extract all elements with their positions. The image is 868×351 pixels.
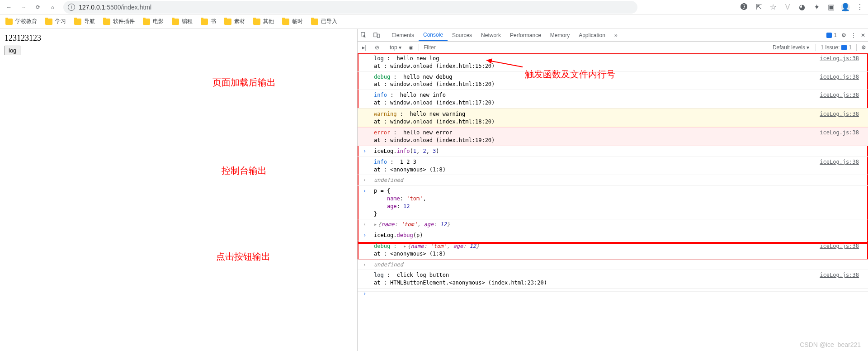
extensions-icon[interactable]: ✦ [812,3,821,12]
bookmark-item[interactable]: 导航 [74,18,95,25]
folder-icon [103,19,110,25]
log-source-link[interactable]: iceLog.js:38 [820,129,859,144]
home-button[interactable]: ⌂ [47,2,58,13]
settings-icon[interactable]: ⚙ [841,32,846,38]
log-source-link[interactable]: iceLog.js:38 [820,242,859,258]
console-row: error : hello new error at : window.onlo… [358,127,868,146]
back-button[interactable]: ← [4,2,14,13]
console-return: undefined [374,176,859,184]
page-content: 123123123 log 页面加载后输出 控制台输出 点击按钮输出 [0,29,357,351]
console-return: undefined [374,261,859,269]
levels-dropdown[interactable]: Default levels ▾ [771,44,811,51]
folder-icon [45,19,52,25]
input-prompt-icon: › [363,187,366,195]
log-message: error : hello new error at : window.onlo… [374,129,820,144]
log-source-link[interactable]: iceLog.js:38 [820,73,859,89]
share-icon[interactable]: ⇱ [754,3,763,12]
folder-icon [74,19,81,25]
folder-icon [201,19,208,25]
issues-badge[interactable]: 1 Issue: 1 [821,44,852,51]
log-button[interactable]: log [5,46,20,55]
bookmark-item[interactable]: 素材 [224,18,245,25]
translate-icon[interactable]: 🅖 [740,3,749,12]
folder-icon [282,19,289,25]
return-icon: ‹ [363,176,366,184]
url-bar[interactable]: i 127.0.0.1:5500/index.html [63,1,637,14]
console-row: › [358,289,868,292]
log-source-link[interactable]: iceLog.js:38 [820,158,859,174]
bookmark-item[interactable]: 电影 [143,18,164,25]
console-sidebar-icon[interactable]: ▸| [359,44,369,51]
bookmark-item[interactable]: 临时 [282,18,303,25]
more-icon[interactable]: ⋮ [851,32,856,38]
bookmark-item[interactable]: 学校教育 [5,18,37,25]
log-message: debug : hello new debug at : window.onlo… [374,73,820,89]
console-row: ›iceLog.debug(p) [358,230,868,241]
log-source-link[interactable]: iceLog.js:38 [820,271,859,287]
return-icon: ‹ [363,261,366,269]
console-body[interactable]: 触发函数及文件内行号 log : hello new log at : wind… [358,53,868,351]
tabs-more[interactable]: » [610,29,622,41]
menu-icon[interactable]: ⋮ [855,3,864,12]
console-row: info : 1 2 3 at : <anonymous> (1:8)iceLo… [358,157,868,176]
reload-button[interactable]: ⟳ [33,2,43,13]
devtools-panel: ElementsConsoleSourcesNetworkPerformance… [357,29,868,351]
console-row: ›p = { name: 'tom', age: 12 } [358,186,868,219]
bookmark-label: 导航 [84,18,95,25]
log-source-link[interactable]: iceLog.js:38 [820,55,859,70]
console-return: ▸{name: 'tom', age: 12} [374,221,859,228]
bookmark-label: 临时 [292,18,303,25]
close-icon[interactable]: ✕ [861,32,865,38]
devtools-tab-sources[interactable]: Sources [448,29,476,41]
eye-icon[interactable]: ◉ [406,44,416,51]
devtools-tab-performance[interactable]: Performance [505,29,546,41]
input-prompt-icon: › [363,232,366,239]
devtools-tab-application[interactable]: Application [574,29,610,41]
console-row: ›iceLog.info(1, 2, 3) [358,146,868,157]
console-input: p = { name: 'tom', age: 12 } [374,187,859,218]
folder-icon [172,19,179,25]
ext2-icon[interactable]: ◕ [797,3,807,12]
svg-rect-2 [377,34,379,38]
console-row: debug : ▸{name: 'tom', age: 12} at : <an… [358,241,868,260]
bookmark-item[interactable]: 已导入 [311,18,337,25]
filter-input[interactable] [424,44,768,51]
devtools-tabs: ElementsConsoleSourcesNetworkPerformance… [358,29,868,42]
context-dropdown[interactable]: top ▾ [388,44,403,51]
input-prompt-icon: › [363,147,366,155]
log-source-link[interactable]: iceLog.js:38 [820,91,859,107]
console-toolbar: ▸| ⊘ top ▾ ◉ Default levels ▾ 1 Issue: 1… [358,42,868,53]
devtools-tab-network[interactable]: Network [476,29,505,41]
log-source-link[interactable]: iceLog.js:38 [820,110,859,126]
devtools-tab-console[interactable]: Console [419,29,448,41]
bookmark-label: 书 [211,18,216,25]
console-row: ‹undefined [358,260,868,270]
bookmark-label: 素材 [234,18,245,25]
bookmark-item[interactable]: 书 [201,18,216,25]
bookmark-label: 其他 [263,18,274,25]
devtools-tab-elements[interactable]: Elements [387,29,419,41]
clear-console-icon[interactable]: ⊘ [372,44,382,51]
profile-avatar[interactable]: 👤 [841,3,850,12]
page-text: 123123123 [5,33,353,43]
bookmark-item[interactable]: 软件插件 [103,18,135,25]
devtools-tab-memory[interactable]: Memory [546,29,574,41]
bookmark-label: 电影 [153,18,164,25]
bookmark-item[interactable]: 学习 [45,18,66,25]
forward-button[interactable]: → [18,2,29,13]
bookmark-item[interactable]: 编程 [172,18,193,25]
toolbar-right: 🅖 ⇱ ☆ V ◕ ✦ ▣ 👤 ⋮ [740,3,864,12]
message-badge[interactable]: 1 [826,32,837,38]
star-icon[interactable]: ☆ [769,3,778,12]
folder-icon [143,19,150,25]
url-text: 127.0.0.1:5500/index.html [79,4,151,11]
log-message: log : click log button at : HTMLButtonEl… [374,271,820,287]
console-settings-icon[interactable]: ⚙ [861,44,866,51]
v-ext-icon[interactable]: V [783,3,792,12]
bookmark-item[interactable]: 其他 [253,18,274,25]
bookmark-label: 已导入 [321,18,337,25]
panel-icon[interactable]: ▣ [826,3,835,12]
bookmarks-bar: 学校教育学习导航软件插件电影编程书素材其他临时已导入 [0,14,868,29]
device-icon[interactable] [370,32,383,38]
inspect-icon[interactable] [358,32,370,38]
